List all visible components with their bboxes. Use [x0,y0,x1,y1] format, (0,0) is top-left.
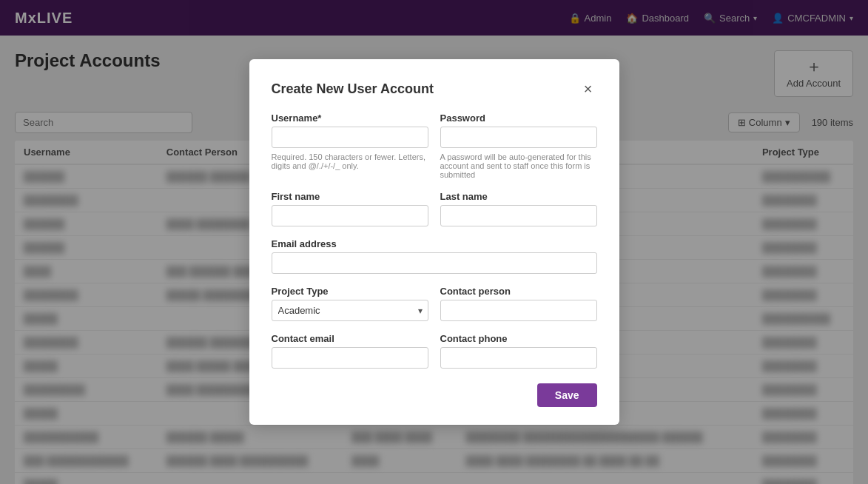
form-row-username-password: Username* Required. 150 characters or fe… [272,112,597,179]
modal-close-button[interactable]: × [579,80,597,98]
modal-footer: Save [272,383,597,407]
form-group-project-type: Project Type Academic Industry Governmen… [272,286,428,321]
project-type-select-wrapper: Academic Industry Government Non-profit … [272,300,428,321]
modal-title: Create New User Account [272,81,434,97]
form-group-firstname: First name [272,191,428,226]
email-input[interactable] [272,252,597,274]
username-input[interactable] [272,127,428,148]
modal-overlay: Create New User Account × Username* Requ… [0,0,868,484]
save-button[interactable]: Save [537,383,597,407]
form-row-contact-info: Contact email Contact phone [272,333,597,369]
email-label: Email address [272,238,597,249]
project-type-label: Project Type [272,286,428,297]
contact-phone-label: Contact phone [440,333,597,344]
form-group-contact-phone: Contact phone [440,333,597,369]
modal-header: Create New User Account × [272,80,597,98]
form-group-lastname: Last name [440,191,597,226]
firstname-input[interactable] [272,205,428,226]
lastname-input[interactable] [440,205,597,226]
contact-person-input[interactable] [440,300,597,321]
form-row-names: First name Last name [272,191,597,226]
form-group-username: Username* Required. 150 characters or fe… [272,112,428,179]
password-hint: A password will be auto-generated for th… [440,152,597,179]
contact-email-input[interactable] [272,347,428,369]
form-group-email: Email address [272,238,597,274]
lastname-label: Last name [440,191,597,202]
password-input[interactable] [440,127,597,148]
form-row-project-contact: Project Type Academic Industry Governmen… [272,286,597,321]
form-group-contact-email: Contact email [272,333,428,369]
contact-phone-input[interactable] [440,347,597,369]
password-label: Password [440,112,597,124]
username-hint: Required. 150 characters or fewer. Lette… [272,152,428,170]
project-type-select[interactable]: Academic Industry Government Non-profit [272,300,428,321]
create-account-modal: Create New User Account × Username* Requ… [249,59,619,425]
firstname-label: First name [272,191,428,202]
contact-email-label: Contact email [272,333,428,344]
form-group-contact-person: Contact person [440,286,597,321]
username-label: Username* [272,112,428,124]
contact-person-label: Contact person [440,286,597,297]
form-row-email: Email address [272,238,597,274]
form-group-password: Password A password will be auto-generat… [440,112,597,179]
